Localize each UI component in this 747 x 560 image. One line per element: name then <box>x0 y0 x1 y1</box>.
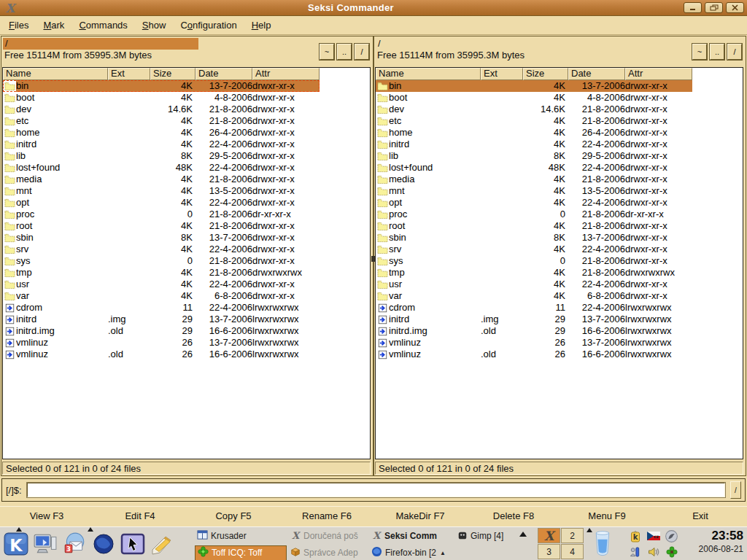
applet-handle-arrow-icon[interactable] <box>587 528 592 532</box>
task-button-krusader[interactable]: Krusader <box>195 529 287 544</box>
menu-f9-button[interactable]: Menu F9 <box>560 507 654 526</box>
file-row[interactable]: bin4K13-7-2006drwxr-xr-x <box>3 80 370 92</box>
file-row[interactable]: initrd.img.old2916-6-2006lrwxrwxrwx <box>376 325 743 337</box>
task-button-seksi-comm[interactable]: XSeksi Comm <box>369 529 454 544</box>
file-row[interactable]: root4K21-8-2006drwxr-xr-x <box>3 220 370 232</box>
task-button-doru-en-po-[interactable]: XDoručená poš <box>288 529 368 544</box>
file-row[interactable]: vmlinuz.old2616-6-2006lrwxrwxrwx <box>3 349 370 360</box>
column-header-date[interactable]: Date <box>196 68 252 80</box>
command-input[interactable] <box>27 483 725 497</box>
file-row[interactable]: etc4K21-8-2006drwxr-xr-x <box>376 115 743 127</box>
file-row[interactable]: tmp4K21-8-2006drwxrwxrwx <box>376 267 743 279</box>
file-row[interactable]: var4K6-8-2006drwxr-xr-x <box>376 290 743 302</box>
column-header-date[interactable]: Date <box>568 68 625 80</box>
view-f3-button[interactable]: View F3 <box>0 507 93 526</box>
file-row[interactable]: proc021-8-2006dr-xr-xr-x <box>376 209 743 220</box>
pager-desktop-1[interactable]: 1X <box>538 528 560 543</box>
menu-configuration[interactable]: Configuration <box>179 18 247 32</box>
column-header-attr[interactable]: Attr <box>625 68 692 80</box>
file-row[interactable]: home4K26-4-2006drwxr-xr-x <box>3 127 370 139</box>
column-header-ext[interactable]: Ext <box>481 68 523 80</box>
task-button-gimp-4-[interactable]: Gimp [4] <box>455 529 520 544</box>
mail-contact-icon[interactable]: 3 <box>60 529 89 559</box>
edit-f4-button[interactable]: Edit F4 <box>93 507 187 526</box>
wolf-icon[interactable] <box>662 528 681 544</box>
column-header-name[interactable]: Name <box>3 68 108 80</box>
notes-pencil-icon[interactable] <box>147 529 177 559</box>
file-row[interactable]: boot4K4-8-2006drwxr-xr-x <box>3 92 370 104</box>
cz-keyboard-flag-icon[interactable]: cz <box>644 528 662 544</box>
clock-applet[interactable]: 23:58 2006-08-21 <box>699 529 743 555</box>
close-icon[interactable] <box>726 2 744 13</box>
file-row[interactable]: dev14.6K21-8-2006drwxr-xr-x <box>376 104 743 115</box>
column-header-name[interactable]: Name <box>376 68 481 80</box>
maximize-icon[interactable] <box>705 2 723 13</box>
exit-button[interactable]: Exit <box>654 507 747 526</box>
menu-mark[interactable]: Mark <box>42 18 74 32</box>
file-row[interactable]: lost+found48K22-4-2006drwxr-xr-x <box>376 162 743 174</box>
icq-online-flower-icon[interactable] <box>662 544 681 560</box>
copy-f5-button[interactable]: Copy F5 <box>187 507 280 526</box>
file-row[interactable]: cdrom1122-4-2006lrwxrwxrwx <box>376 302 743 314</box>
home-button[interactable]: ~ <box>692 44 707 60</box>
file-row[interactable]: sys021-8-2006drwxr-xr-x <box>376 255 743 267</box>
root-button[interactable]: / <box>727 44 742 60</box>
mixer-icon[interactable] <box>626 544 644 560</box>
file-row[interactable]: media4K21-8-2006drwxr-xr-x <box>376 174 743 185</box>
column-header-ext[interactable]: Ext <box>108 68 150 80</box>
file-row[interactable]: home4K26-4-2006drwxr-xr-x <box>376 127 743 139</box>
file-row[interactable]: cdrom1122-4-2006lrwxrwxrwx <box>3 302 370 314</box>
file-row[interactable]: sbin8K13-7-2006drwxr-xr-x <box>376 232 743 244</box>
file-row[interactable]: initrd4K22-4-2006drwxr-xr-x <box>376 139 743 150</box>
pager-desktop-4[interactable]: 4 <box>561 544 584 559</box>
task-button-toff-icq-toff[interactable]: Toff ICQ: Toff <box>195 545 287 560</box>
file-row[interactable]: initrd.img2913-7-2006lrwxrwxrwx <box>376 314 743 325</box>
path-bar[interactable]: / <box>3 38 198 50</box>
minimize-icon[interactable] <box>684 2 702 13</box>
menu-show[interactable]: Show <box>141 18 177 32</box>
file-row[interactable]: etc4K21-8-2006drwxr-xr-x <box>3 115 370 127</box>
task-button-spr-vce-adep[interactable]: Správce Adep <box>288 545 368 560</box>
file-row[interactable]: opt4K22-4-2006drwxr-xr-x <box>376 197 743 209</box>
kde-menu-icon[interactable]: K <box>1 529 31 559</box>
file-row[interactable]: sbin8K13-7-2006drwxr-xr-x <box>3 232 370 244</box>
delete-f8-button[interactable]: Delete F8 <box>467 507 560 526</box>
command-history-button[interactable]: / <box>730 481 741 499</box>
pager-desktop-2[interactable]: 2 <box>561 528 584 543</box>
file-row[interactable]: mnt4K13-5-2006drwxr-xr-x <box>376 185 743 197</box>
file-row[interactable]: usr4K22-4-2006drwxr-xr-x <box>376 279 743 290</box>
file-row[interactable]: opt4K22-4-2006drwxr-xr-x <box>3 197 370 209</box>
file-row[interactable]: lost+found48K22-4-2006drwxr-xr-x <box>3 162 370 174</box>
file-row[interactable]: lib8K29-5-2006drwxr-xr-x <box>3 150 370 162</box>
file-row[interactable]: boot4K4-8-2006drwxr-xr-x <box>376 92 743 104</box>
menu-help[interactable]: Help <box>250 18 282 32</box>
file-row[interactable]: initrd.img2913-7-2006lrwxrwxrwx <box>3 314 370 325</box>
file-row[interactable]: vmlinuz2613-7-2006lrwxrwxrwx <box>3 337 370 349</box>
file-row[interactable]: sys021-8-2006drwxr-xr-x <box>3 255 370 267</box>
file-row[interactable]: srv4K22-4-2006drwxr-xr-x <box>3 244 370 255</box>
file-row[interactable]: bin4K13-7-2006drwxr-xr-x <box>376 80 743 92</box>
web-globe-icon[interactable] <box>89 529 118 559</box>
file-row[interactable]: initrd.img.old2916-6-2006lrwxrwxrwx <box>3 325 370 337</box>
pager-desktop-3[interactable]: 3 <box>538 544 560 559</box>
makedir-f7-button[interactable]: MakeDir F7 <box>374 507 467 526</box>
path-bar[interactable]: / <box>376 38 744 50</box>
parent-dir-button[interactable]: .. <box>710 44 724 60</box>
file-row[interactable]: proc021-8-2006dr-xr-xr-x <box>3 209 370 220</box>
rename-f6-button[interactable]: Rename F6 <box>280 507 374 526</box>
file-row[interactable]: lib8K29-5-2006drwxr-xr-x <box>376 150 743 162</box>
volume-icon[interactable] <box>644 544 662 560</box>
root-button[interactable]: / <box>355 44 369 60</box>
column-header-size[interactable]: Size <box>523 68 568 80</box>
file-row[interactable]: tmp4K21-8-2006drwxrwxrwx <box>3 267 370 279</box>
file-row[interactable]: dev14.6K21-8-2006drwxr-xr-x <box>3 104 370 115</box>
k-alarm-icon[interactable]: k <box>626 528 644 544</box>
glass-icon[interactable] <box>592 529 613 560</box>
file-row[interactable]: mnt4K13-5-2006drwxr-xr-x <box>3 185 370 197</box>
menu-commands[interactable]: Commands <box>77 18 137 32</box>
desktop-pointer-icon[interactable] <box>118 529 147 559</box>
task-button-firefox-bin-2[interactable]: Firefox-bin [2▲ <box>369 545 454 560</box>
file-row[interactable]: media4K21-8-2006drwxr-xr-x <box>3 174 370 185</box>
parent-dir-button[interactable]: .. <box>337 44 352 60</box>
file-row[interactable]: var4K6-8-2006drwxr-xr-x <box>3 290 370 302</box>
